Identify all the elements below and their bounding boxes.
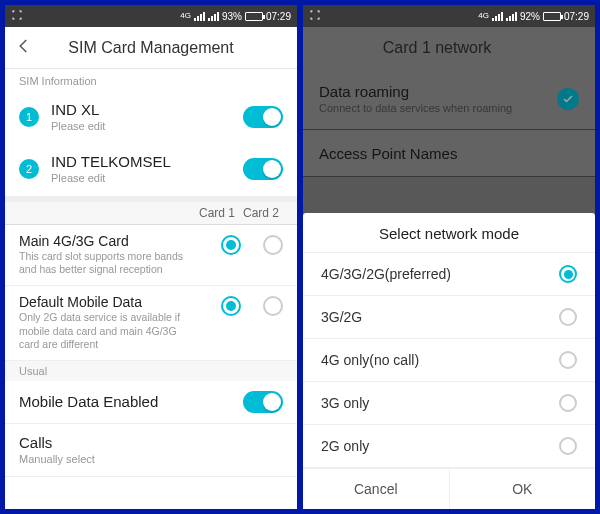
- main4g-card2-radio[interactable]: [263, 235, 283, 255]
- row-title: Default Mobile Data: [19, 294, 215, 310]
- col-card2: Card 2: [239, 206, 283, 220]
- option-label: 2G only: [321, 438, 369, 454]
- cancel-button[interactable]: Cancel: [303, 468, 450, 509]
- sim-badge: 2: [19, 159, 39, 179]
- row-title: Calls: [19, 434, 283, 451]
- defdata-card2-radio[interactable]: [263, 296, 283, 316]
- network-mode-option[interactable]: 2G only: [303, 425, 595, 468]
- screen-sim-management: 4G 93% 07:29 SIM Card Management SIM Inf…: [4, 4, 298, 510]
- app-bar: SIM Card Management: [5, 27, 297, 69]
- col-card1: Card 1: [195, 206, 239, 220]
- option-radio[interactable]: [559, 394, 577, 412]
- defdata-card1-radio[interactable]: [221, 296, 241, 316]
- sim-name: IND TELKOMSEL: [51, 153, 243, 170]
- battery-icon: [245, 12, 263, 21]
- network-mode-option[interactable]: 3G only: [303, 382, 595, 425]
- screen-card1-network: 4G 92% 07:29 Card 1 network Data roaming…: [302, 4, 596, 510]
- ok-button[interactable]: OK: [450, 468, 596, 509]
- network-type-1: 4G: [180, 12, 191, 20]
- sim-sub: Please edit: [51, 171, 243, 185]
- calls-row[interactable]: Calls Manually select: [5, 424, 297, 477]
- row-title: Main 4G/3G Card: [19, 233, 215, 249]
- row-title: Mobile Data Enabled: [19, 393, 243, 410]
- signal-bars-icon: [208, 12, 219, 21]
- option-radio[interactable]: [559, 308, 577, 326]
- option-label: 3G only: [321, 395, 369, 411]
- status-bar: 4G 93% 07:29: [5, 5, 297, 27]
- page-title: SIM Card Management: [39, 39, 263, 57]
- expand-icon: [309, 9, 321, 23]
- option-label: 3G/2G: [321, 309, 362, 325]
- sim-badge: 1: [19, 107, 39, 127]
- signal-bars-icon: [506, 12, 517, 21]
- option-label: 4G/3G/2G(preferred): [321, 266, 451, 282]
- sim-row-2[interactable]: 2 IND TELKOMSEL Please edit: [5, 143, 297, 195]
- sheet-title: Select network mode: [303, 225, 595, 253]
- default-data-row: Default Mobile Data Only 2G data service…: [5, 286, 297, 361]
- network-mode-option[interactable]: 3G/2G: [303, 296, 595, 339]
- column-header: Card 1 Card 2: [5, 202, 297, 225]
- mobile-data-enabled-row[interactable]: Mobile Data Enabled: [5, 381, 297, 424]
- expand-icon: [11, 9, 23, 23]
- option-radio[interactable]: [559, 437, 577, 455]
- network-mode-sheet: Select network mode 4G/3G/2G(preferred)3…: [303, 213, 595, 509]
- battery-icon: [543, 12, 561, 21]
- main-4g-row: Main 4G/3G Card This card slot supports …: [5, 225, 297, 286]
- sim2-toggle[interactable]: [243, 158, 283, 180]
- mobile-data-toggle[interactable]: [243, 391, 283, 413]
- signal-bars-icon: [492, 12, 503, 21]
- battery-percent: 92%: [520, 11, 540, 22]
- network-mode-option[interactable]: 4G/3G/2G(preferred): [303, 253, 595, 296]
- sim1-toggle[interactable]: [243, 106, 283, 128]
- network-type: 4G: [478, 12, 489, 20]
- main4g-card1-radio[interactable]: [221, 235, 241, 255]
- row-sub: This card slot supports more bands and h…: [19, 250, 189, 277]
- clock: 07:29: [564, 11, 589, 22]
- section-label-usual: Usual: [5, 361, 297, 381]
- network-mode-option[interactable]: 4G only(no call): [303, 339, 595, 382]
- row-sub: Manually select: [19, 452, 283, 466]
- signal-bars-icon: [194, 12, 205, 21]
- section-label-sim-info: SIM Information: [5, 69, 297, 91]
- status-bar: 4G 92% 07:29: [303, 5, 595, 27]
- clock: 07:29: [266, 11, 291, 22]
- battery-percent: 93%: [222, 11, 242, 22]
- row-sub: Only 2G data service is available if mob…: [19, 311, 189, 352]
- sim-row-1[interactable]: 1 IND XL Please edit: [5, 91, 297, 143]
- option-radio[interactable]: [559, 351, 577, 369]
- option-radio[interactable]: [559, 265, 577, 283]
- back-button[interactable]: [15, 37, 39, 59]
- option-label: 4G only(no call): [321, 352, 419, 368]
- sim-name: IND XL: [51, 101, 243, 118]
- sim-sub: Please edit: [51, 119, 243, 133]
